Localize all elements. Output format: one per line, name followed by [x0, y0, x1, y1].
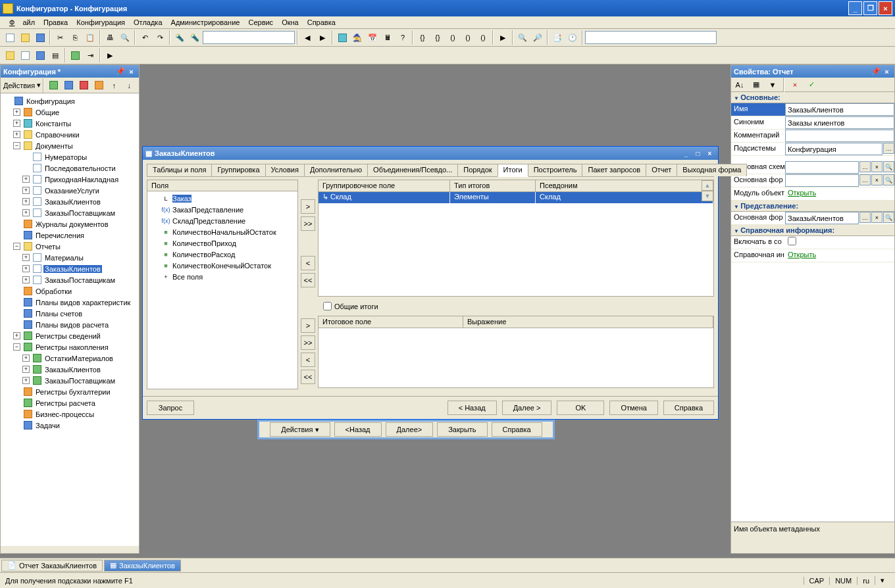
- mainform-more-button[interactable]: …: [859, 174, 871, 185]
- tab[interactable]: Условия: [265, 164, 305, 176]
- tree-node[interactable]: Планы видов расчета: [1, 319, 138, 330]
- mainform2-more-button[interactable]: …: [859, 212, 871, 223]
- tree-node[interactable]: +Материалы: [1, 252, 138, 263]
- filter-icon[interactable]: ▼: [765, 78, 780, 92]
- overall-totals-checkbox[interactable]: [323, 302, 332, 310]
- prop-label-subsys[interactable]: Подсистемы: [731, 143, 785, 155]
- status-dropdown[interactable]: ▾: [875, 576, 890, 585]
- tree-node[interactable]: Обработки: [1, 285, 138, 297]
- move-right-button[interactable]: >: [301, 199, 315, 214]
- tree-node[interactable]: Журналы документов: [1, 218, 138, 230]
- mainform-clear-button[interactable]: ×: [871, 174, 882, 185]
- redo-icon[interactable]: ↷: [153, 30, 167, 45]
- helpinfo-open-link[interactable]: Открыть: [788, 251, 816, 258]
- dialog-max-icon[interactable]: □: [692, 149, 703, 159]
- tb2-5-icon[interactable]: [68, 48, 82, 62]
- tree-node[interactable]: Регистры бухгалтерии: [1, 386, 138, 397]
- menu-edit[interactable]: Правка: [39, 17, 72, 28]
- find-prev-icon[interactable]: ◀: [300, 30, 315, 45]
- move-left2-button[interactable]: <: [301, 353, 315, 367]
- open-icon[interactable]: [18, 30, 32, 45]
- combo2[interactable]: [585, 31, 717, 44]
- include-checkbox[interactable]: [788, 237, 796, 245]
- subsys-more-button[interactable]: …: [883, 143, 894, 154]
- grid-up-icon[interactable]: ▲: [702, 180, 713, 191]
- tree-node[interactable]: +ЗаказыПоставщикам: [1, 375, 138, 386]
- menu-debug[interactable]: Отладка: [130, 17, 166, 28]
- back-button[interactable]: < Назад: [448, 401, 497, 415]
- help-icon[interactable]: ?: [396, 30, 410, 45]
- next-button[interactable]: Далее >: [502, 401, 552, 415]
- field-node[interactable]: ■КоличествоНачальныйОстаток: [149, 226, 296, 237]
- tab[interactable]: Выходная форма: [677, 164, 747, 176]
- pin-icon[interactable]: 📌: [115, 66, 125, 76]
- props-icon[interactable]: 📑: [550, 30, 565, 45]
- tab[interactable]: Построитель: [528, 164, 583, 176]
- field-node[interactable]: +Все поля: [149, 271, 296, 282]
- tree-node[interactable]: −Отчеты: [1, 241, 138, 252]
- tree-node[interactable]: −Документы: [1, 140, 138, 151]
- help-button[interactable]: Справка: [663, 401, 714, 415]
- tree-node[interactable]: Планы счетов: [1, 308, 138, 319]
- zoom1-icon[interactable]: 🔍: [515, 30, 530, 45]
- prop-value-comment[interactable]: [785, 130, 894, 142]
- find-icon[interactable]: 🔦: [172, 30, 187, 45]
- move-all-right2-button[interactable]: >>: [301, 335, 315, 350]
- maximize-button[interactable]: ❐: [863, 1, 877, 15]
- field-node[interactable]: ■КоличествоРасход: [149, 249, 296, 260]
- field-node[interactable]: f(x)ЗаказПредставление: [149, 204, 296, 215]
- module-open-link[interactable]: Открыть: [788, 189, 816, 197]
- tab[interactable]: Объединения/Псевдо...: [367, 164, 458, 176]
- mainschema-clear-button[interactable]: ×: [871, 161, 882, 172]
- move-left-button[interactable]: <: [301, 256, 315, 270]
- prop-value-synonym[interactable]: Заказы клиентов: [785, 116, 894, 129]
- field-node[interactable]: f(x)СкладПредставление: [149, 215, 296, 226]
- tab[interactable]: Пакет запросов: [582, 164, 646, 176]
- mainschema-search-button[interactable]: 🔍: [883, 161, 894, 172]
- calc-icon[interactable]: 🖩: [380, 30, 395, 45]
- wizard-icon[interactable]: 🧙: [350, 30, 365, 45]
- panel-close-icon[interactable]: ×: [126, 66, 136, 76]
- tree-node[interactable]: +Регистры сведений: [1, 330, 138, 341]
- tb2-6-icon[interactable]: ⇥: [83, 48, 97, 62]
- tree-node[interactable]: +ЗаказыКлиентов: [1, 196, 138, 207]
- tree-node[interactable]: Задачи: [1, 420, 138, 431]
- tree-node[interactable]: +ЗаказыПоставщикам: [1, 207, 138, 218]
- tab[interactable]: Порядок: [457, 164, 498, 176]
- prop-value-subsys[interactable]: Конфигурация: [785, 143, 882, 155]
- cancel-icon[interactable]: ×: [788, 78, 802, 92]
- pt-sort-icon[interactable]: [91, 78, 106, 93]
- run-icon[interactable]: ▶: [496, 30, 510, 45]
- field-node[interactable]: LЗаказ: [149, 193, 296, 204]
- menu-help[interactable]: Справка: [303, 17, 340, 28]
- field-node[interactable]: ■КоличествоКонечныйОстаток: [149, 260, 296, 271]
- paste-icon[interactable]: 📋: [83, 30, 97, 45]
- grid-down-icon[interactable]: ▼: [702, 191, 713, 201]
- print-icon[interactable]: 🖶: [103, 30, 117, 45]
- category-icon[interactable]: ▦: [749, 78, 763, 92]
- sort-az-icon[interactable]: A↓: [732, 78, 747, 92]
- tree-node[interactable]: −Регистры накопления: [1, 341, 138, 353]
- calendar-icon[interactable]: 📅: [365, 30, 380, 45]
- pt-edit-icon[interactable]: [61, 78, 76, 93]
- brace5-icon[interactable]: (): [476, 30, 490, 45]
- tree-node[interactable]: Последовательности: [1, 162, 138, 174]
- tb2-3-icon[interactable]: [33, 48, 47, 62]
- behind-close-button[interactable]: Закрыть: [437, 422, 487, 437]
- prop-label-comment[interactable]: Комментарий: [731, 130, 785, 142]
- confirm-icon[interactable]: ✓: [804, 78, 819, 92]
- behind-actions-button[interactable]: Действия ▾: [270, 422, 330, 437]
- pt-del-icon[interactable]: [76, 78, 91, 93]
- behind-back-button[interactable]: <Назад: [334, 422, 382, 437]
- menu-windows[interactable]: Окна: [278, 17, 303, 28]
- prop-group-main[interactable]: Основные:: [731, 92, 894, 103]
- menu-file[interactable]: Файл: [5, 17, 39, 28]
- props-close-icon[interactable]: ×: [882, 66, 892, 76]
- ok-button[interactable]: OK: [557, 401, 604, 415]
- minimize-button[interactable]: _: [848, 1, 862, 15]
- undo-icon[interactable]: ↶: [138, 30, 152, 45]
- field-node[interactable]: ■КоличествоПриход: [149, 237, 296, 249]
- tree-node[interactable]: +Константы: [1, 118, 138, 129]
- tab[interactable]: Итоги: [498, 164, 528, 177]
- close-button[interactable]: ×: [879, 1, 892, 15]
